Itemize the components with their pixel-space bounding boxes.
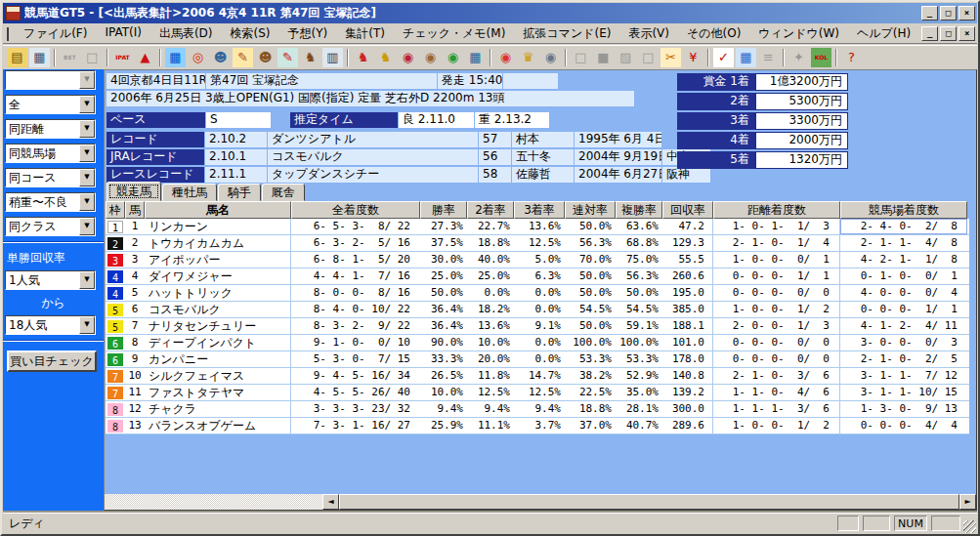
table-row[interactable]: 57ナリタセンチュリー8- 3- 2- 9/ 2236.4%13.6%9.1%5… xyxy=(106,318,969,335)
column-header[interactable]: 競馬場着度数 xyxy=(840,201,967,219)
filter-select-all[interactable]: 全 ▼ xyxy=(5,95,96,114)
result-search-icon[interactable]: ◉ xyxy=(495,48,516,67)
filter-select-track[interactable]: 同競馬場 ▼ xyxy=(5,144,96,163)
race-sheet-icon[interactable]: ▥ xyxy=(322,48,343,67)
prize-search-icon[interactable]: ♛ xyxy=(518,48,538,67)
menu-item[interactable]: 拡張コマンド(E) xyxy=(514,23,619,44)
odds-yen-icon[interactable]: ¥ xyxy=(683,48,703,67)
resize-grip[interactable] xyxy=(963,520,976,533)
horse-data-icon[interactable]: ♞ xyxy=(300,48,320,67)
scroll-right-button[interactable]: ► xyxy=(959,494,976,510)
filter-select-going[interactable]: 稍重〜不良 ▼ xyxy=(5,192,96,212)
title-bar[interactable]: 競馬道GT5 - [<出馬表集計>2006 4京4 11R 第47回 宝塚記念]… xyxy=(3,3,977,23)
stable-search-icon[interactable]: ◉ xyxy=(420,48,441,67)
jockey-data-icon[interactable]: ☻ xyxy=(210,48,231,67)
chevron-down-icon[interactable]: ▼ xyxy=(79,144,95,162)
cell-win: 26.5% xyxy=(420,368,467,384)
column-header[interactable]: 距離着度数 xyxy=(713,201,840,219)
menu-item[interactable]: チェック・メモ(M) xyxy=(394,23,514,44)
chevron-down-icon[interactable]: ▼ xyxy=(79,96,95,113)
print-icon[interactable]: ▦ xyxy=(29,48,50,67)
mdi-restore-button[interactable]: □ xyxy=(940,26,957,41)
column-header[interactable]: 連対率 xyxy=(565,201,616,219)
maximize-button[interactable]: □ xyxy=(940,6,957,21)
check-window-icon[interactable]: ▦ xyxy=(736,48,756,67)
menu-item[interactable]: 予想(Y) xyxy=(279,23,337,44)
column-header[interactable]: 2着率 xyxy=(467,201,514,219)
column-header[interactable]: 回収率 xyxy=(662,201,713,219)
column-header[interactable]: 馬名 xyxy=(145,201,291,219)
popularity-to-select[interactable]: 18人気 ▼ xyxy=(5,315,96,335)
bet-check-button[interactable]: 買い目チェック xyxy=(7,350,97,372)
filter-select-course[interactable]: 同コース ▼ xyxy=(5,168,96,187)
table-row[interactable]: 710シルクフェイマス9- 4- 5- 16/ 3426.5%11.8%14.7… xyxy=(106,368,969,385)
course-search-icon[interactable]: ◉ xyxy=(443,48,463,67)
chevron-down-icon[interactable]: ▼ xyxy=(79,120,95,138)
column-header[interactable]: 複勝率 xyxy=(616,201,662,219)
column-header[interactable]: 枠 xyxy=(106,201,125,219)
chevron-down-icon[interactable]: ▼ xyxy=(79,193,95,211)
tab-1[interactable]: 競走馬 xyxy=(107,182,161,201)
jockey-search-icon[interactable]: ◉ xyxy=(398,48,418,67)
comment-search-icon[interactable]: ◉ xyxy=(540,48,561,67)
ipat-icon[interactable]: IPAT xyxy=(112,48,133,67)
scroll-left-button[interactable]: ◄ xyxy=(322,494,339,510)
table-row[interactable]: 68ディープインパクト9- 1- 0- 0/ 1090.0%10.0%0.0%1… xyxy=(106,335,969,351)
minimize-button[interactable]: _ xyxy=(921,6,938,21)
menu-item[interactable]: その他(O) xyxy=(678,23,749,44)
menu-item[interactable]: ファイル(F) xyxy=(15,23,96,44)
column-header[interactable]: 勝率 xyxy=(420,201,467,219)
horse-search-icon[interactable]: ♞ xyxy=(353,48,373,67)
table-row[interactable]: 44ダイワメジャー4- 4- 1- 7/ 1625.0%25.0%6.3%50.… xyxy=(106,268,969,285)
chevron-down-icon[interactable]: ▼ xyxy=(79,316,95,334)
sire-search-icon[interactable]: ♞ xyxy=(375,48,396,67)
filter-select-class[interactable]: 同クラス ▼ xyxy=(5,217,96,236)
tab-4[interactable]: 厩舎 xyxy=(262,184,305,201)
chevron-down-icon[interactable]: ▼ xyxy=(79,169,95,186)
table-row[interactable]: 45ハットトリック8- 0- 0- 8/ 1650.0%0.0%0.0%50.0… xyxy=(106,285,969,302)
paddock-icon[interactable]: ✂ xyxy=(660,48,681,67)
chevron-down-icon[interactable]: ▼ xyxy=(79,271,95,289)
tab-3[interactable]: 騎手 xyxy=(218,184,261,201)
kol-icon[interactable]: KOL xyxy=(811,48,831,67)
jra-tower-icon[interactable]: ▲ xyxy=(135,48,155,67)
table-row[interactable]: 812チャクラ3- 3- 3- 23/ 329.4%9.4%9.4%18.8%2… xyxy=(106,401,969,418)
table-row[interactable]: 813バランスオブゲーム7- 3- 1- 16/ 2725.9%11.1%3.7… xyxy=(106,418,969,434)
column-header[interactable]: 全着度数 xyxy=(291,201,420,219)
table-row[interactable]: 69カンパニー5- 3- 0- 7/ 1533.3%20.0%0.0%53.3%… xyxy=(106,351,969,368)
entry-table-icon[interactable]: ▦ xyxy=(165,48,186,67)
data-search-icon[interactable]: ▦ xyxy=(465,48,486,67)
mdi-minimize-button[interactable]: _ xyxy=(921,26,938,41)
table-edit-icon[interactable]: ✎ xyxy=(277,48,298,67)
menu-item[interactable]: 検索(S) xyxy=(222,23,279,44)
trainer-data-icon[interactable]: ☻ xyxy=(255,48,276,67)
chevron-down-icon[interactable]: ▼ xyxy=(79,218,95,235)
memo-icon[interactable]: ✎ xyxy=(233,48,253,67)
table-row[interactable]: 22トウカイカムカム6- 3- 2- 5/ 1637.5%18.8%12.5%5… xyxy=(106,235,969,252)
mdi-document-icon[interactable] xyxy=(7,27,9,41)
close-button[interactable]: × xyxy=(959,6,975,21)
menu-item[interactable]: ヘルプ(H) xyxy=(848,23,919,44)
table-row[interactable]: 711ファストタテヤマ4- 5- 5- 26/ 4010.0%12.5%12.5… xyxy=(106,385,969,401)
odds-icon[interactable]: ◎ xyxy=(188,48,208,67)
check-memo-icon[interactable]: ✓ xyxy=(713,48,734,67)
menu-item[interactable]: 表示(V) xyxy=(619,23,678,44)
open-report-icon[interactable]: ▤ xyxy=(7,48,27,67)
menu-item[interactable]: ウィンドウ(W) xyxy=(749,23,848,44)
tab-2[interactable]: 種牡馬 xyxy=(162,184,217,201)
target-select[interactable]: ▼ xyxy=(5,70,96,90)
filter-select-distance[interactable]: 同距離 ▼ xyxy=(5,119,96,139)
menu-item[interactable]: IPAT(I) xyxy=(96,23,150,44)
table-row[interactable]: 11リンカーン6- 5- 3- 8/ 2227.3%22.7%13.6%50.0… xyxy=(106,219,969,235)
column-header[interactable]: 3着率 xyxy=(514,201,565,219)
mdi-close-button[interactable]: × xyxy=(959,26,975,41)
column-header[interactable]: 馬 xyxy=(125,201,145,219)
popularity-from-select[interactable]: 1人気 ▼ xyxy=(5,270,96,290)
menu-item[interactable]: 集計(T) xyxy=(336,23,394,44)
table-row[interactable]: 56コスモバルク8- 4- 0- 10/ 2236.4%18.2%0.0%54.… xyxy=(106,302,969,318)
menu-item[interactable]: 出馬表(D) xyxy=(150,23,222,44)
scrollbar-thumb[interactable] xyxy=(339,494,959,510)
help-icon[interactable]: ? xyxy=(841,48,862,67)
table-row[interactable]: 33アイポッパー6- 8- 1- 5/ 2030.0%40.0%5.0%70.0… xyxy=(106,252,969,268)
chevron-down-icon[interactable]: ▼ xyxy=(79,71,95,89)
